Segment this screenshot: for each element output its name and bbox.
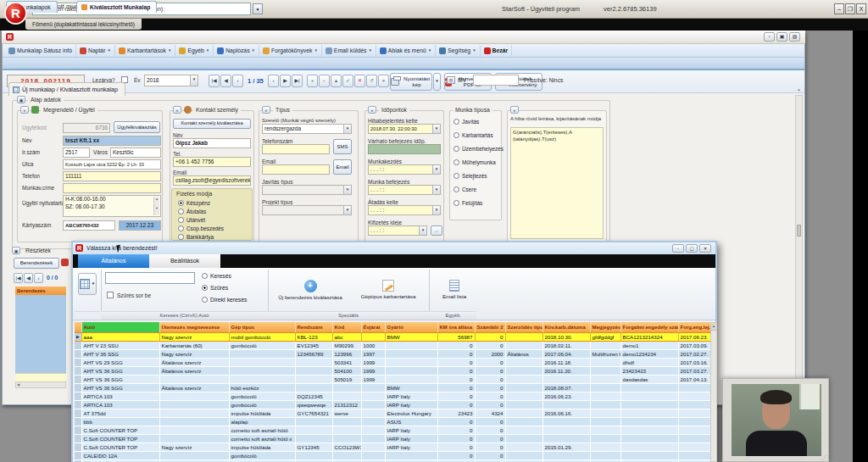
cell-r13c11[interactable] [542, 434, 590, 443]
dialog-tab-beallitasok[interactable]: Beállítások [149, 254, 220, 268]
table-row-13[interactable]: C.Soft COUNTER TOPcornetto soft asztali … [75, 434, 710, 443]
column-header-1[interactable]: Autó [81, 322, 159, 332]
javitas-tipus-select[interactable]: ▼ [262, 185, 352, 195]
kartyaszam-field[interactable]: ABC98765432 [63, 220, 115, 231]
cell-r13c9[interactable]: 0 [475, 434, 505, 443]
cell-r11c12[interactable] [590, 417, 620, 426]
cell-r2c12[interactable] [590, 341, 620, 349]
cell-r3c8[interactable]: 0 [437, 349, 475, 358]
hibabejelentes-select[interactable]: 2018.07.30. 22:00:30 ▼ [368, 124, 441, 134]
column-header-2[interactable]: Ütemezés megnevezése [159, 322, 229, 332]
chevron-down-icon[interactable]: ▼ [432, 125, 440, 133]
cell-r15c4[interactable] [295, 451, 332, 459]
window-maximize-button[interactable]: ▣ [776, 32, 787, 42]
cell-r15c9[interactable]: 0 [475, 451, 505, 459]
cell-r5c2[interactable]: Általános szervíz [159, 366, 229, 375]
cell-r9c5[interactable]: 21312312 [332, 400, 361, 409]
cell-r15c10[interactable] [505, 451, 542, 459]
cell-r13c10[interactable] [505, 434, 542, 443]
cell-r12c12[interactable] [590, 426, 620, 434]
cell-r10c5[interactable]: werve [332, 409, 361, 417]
cell-r10c8[interactable]: 23423 [437, 409, 475, 417]
row-indicator[interactable] [75, 392, 81, 400]
radio-icon[interactable] [453, 186, 459, 192]
page-tab-uj-munkalap[interactable]: Új munkalap / Kiválasztott munkalap [8, 82, 125, 96]
nyitvatartas-field[interactable]: H-K:08.00-16.00 SZ: 08.00-17.30 ▲▼ [63, 195, 161, 217]
rg-prev-button[interactable]: ◀ [24, 273, 33, 283]
utca-field[interactable]: Kossuth Lajos utca 3232 Ép: 2 Lh: 33 [63, 159, 161, 170]
cell-r5c7[interactable] [385, 366, 437, 375]
column-header-9[interactable]: Számláló 2 [475, 322, 505, 332]
dialog-close-button[interactable]: ✕ [699, 244, 711, 253]
cell-r15c8[interactable]: 0 [437, 451, 475, 459]
cell-r4c2[interactable]: Általános szervíz [159, 358, 229, 366]
radio-option--zembehelyez-s[interactable]: Üzembehelyezés [453, 146, 504, 152]
collapse-icon[interactable]: « [20, 106, 29, 114]
cell-r11c9[interactable]: 0 [475, 417, 505, 426]
cell-r3c2[interactable]: Nagy szervíz [159, 349, 229, 358]
kontakt-nev-field[interactable]: Gipsz Jakab [173, 138, 251, 148]
cell-r9c9[interactable]: 0 [475, 400, 505, 409]
chevron-down-icon[interactable]: ▼ [432, 186, 440, 194]
cell-r13c4[interactable] [295, 434, 332, 443]
cell-r1c2[interactable]: Nagy szervíz [159, 332, 229, 341]
table-row-4[interactable]: AHT VS 29 SGGÁltalános szervíz5033411999… [75, 358, 710, 366]
mv-icon[interactable]: ▥ [447, 76, 455, 84]
chevron-down-icon[interactable]: ▼ [432, 206, 440, 214]
cell-r9c1[interactable]: ARTICA 103 [81, 400, 159, 409]
cell-r15c13[interactable] [620, 451, 678, 459]
cell-r6c7[interactable] [385, 375, 437, 383]
cell-r4c11[interactable]: 2016.11.18. [542, 358, 590, 366]
cell-r10c7[interactable]: Electrolux Hungary [385, 409, 437, 417]
window-close-button[interactable]: ▨ [789, 32, 800, 42]
cell-r1c11[interactable]: 2018.10.30. [542, 332, 590, 341]
cell-r8c9[interactable]: 0 [475, 392, 505, 400]
cell-r14c12[interactable] [590, 443, 620, 451]
chevron-down-icon[interactable]: ▼ [419, 226, 426, 235]
record-op-4[interactable]: ✓ [342, 75, 353, 87]
cell-r4c7[interactable] [385, 358, 437, 366]
cell-r1c1[interactable]: aaa [81, 332, 159, 341]
table-row-8[interactable]: ARTICA 103gombócolóDQZ12345IARP Italy002… [75, 392, 710, 400]
cell-r11c2[interactable] [159, 417, 229, 426]
chevron-down-icon[interactable]: ▼ [432, 165, 440, 174]
dialog-titlebar[interactable]: R Válassza ki a berendezést! [73, 242, 715, 254]
cell-r6c11[interactable] [542, 375, 590, 383]
cell-r11c7[interactable]: ASUS [385, 417, 437, 426]
column-header-5[interactable]: Kód [332, 322, 361, 332]
radio-icon[interactable] [453, 200, 459, 206]
cell-r10c2[interactable] [159, 409, 229, 417]
uj-berendezes-button[interactable]: + Új berendezés kiválasztása [273, 271, 348, 309]
column-header-10[interactable]: Szerződés típus [505, 322, 542, 332]
cell-r7c3[interactable]: hűtő eszköz [229, 383, 295, 392]
cell-r6c10[interactable] [505, 375, 542, 383]
cell-r10c6[interactable] [361, 409, 385, 417]
mv-field[interactable] [473, 75, 519, 86]
fomenu-tab[interactable]: Főmenü (duplakattintással lekicsinyíthet… [25, 19, 142, 30]
befejezes-select[interactable]: . . . : : ▼ [368, 185, 441, 195]
kifizetes-select[interactable]: . . . : : ▼ [368, 225, 427, 236]
dialog-tab-altalanos[interactable]: Általános [78, 254, 149, 268]
cell-r14c4[interactable]: GY12345 [295, 443, 332, 451]
berendezes-grid-newrow[interactable] [15, 373, 66, 381]
record-op-1[interactable]: + [307, 75, 318, 87]
cell-r10c10[interactable] [505, 409, 542, 417]
varos-field[interactable]: Kesztölc [110, 148, 161, 158]
cell-r5c4[interactable] [295, 366, 332, 375]
radio-option-direkt-keres-s[interactable]: Direkt keresés [202, 297, 247, 303]
record-op-5[interactable]: ✕ [354, 75, 365, 87]
cell-r6c6[interactable]: 1999 [361, 375, 385, 383]
radio-option-ut-nv-t[interactable]: Utánvét [178, 217, 205, 223]
collapse-icon[interactable]: ▣ [12, 247, 20, 254]
cell-r12c2[interactable] [159, 426, 229, 434]
cell-r7c6[interactable] [361, 383, 385, 392]
collapse-icon[interactable]: « [510, 106, 519, 114]
cell-r11c5[interactable] [332, 417, 361, 426]
cell-r9c12[interactable] [590, 400, 620, 409]
cell-r14c8[interactable]: 0 [437, 443, 475, 451]
radio-icon[interactable] [202, 285, 208, 291]
cell-r4c4[interactable] [295, 358, 332, 366]
cell-r5c13[interactable]: 23423423 [620, 366, 678, 375]
cell-r5c5[interactable]: 504100 [332, 366, 361, 375]
radio-option--tutal-s[interactable]: Átutalás [178, 209, 206, 214]
